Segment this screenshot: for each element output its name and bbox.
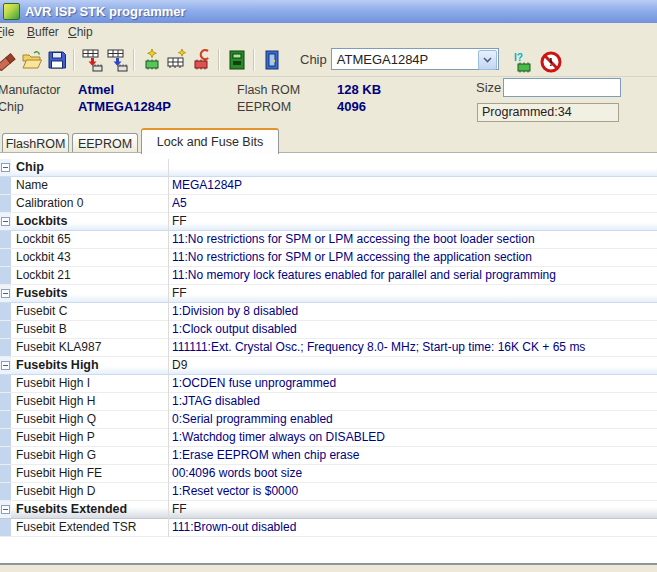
write-buffer-to-chip-icon[interactable] — [79, 46, 104, 73]
row-label: Fusebits — [16, 285, 67, 302]
svg-text:I?: I? — [514, 52, 523, 63]
size-label: Size — [476, 80, 501, 95]
table-row[interactable]: NameMEGA1284P — [0, 177, 657, 195]
tab-bar: FlashROM EEPROM Lock and Fuse Bits — [0, 126, 657, 153]
programmed-status: Programmed:34 — [477, 103, 619, 122]
collapse-icon[interactable] — [1, 217, 10, 226]
row-value: 1:OCDEN fuse unprogrammed — [172, 375, 656, 392]
title-bar[interactable]: AVR ISP STK programmer — [0, 0, 657, 23]
row-label: Fusebit High H — [16, 393, 95, 410]
row-value: 11:No restrictions for SPM or LPM access… — [172, 231, 656, 248]
row-gutter — [0, 501, 11, 518]
row-gutter — [0, 483, 11, 500]
table-row[interactable]: Chip — [0, 159, 657, 177]
save-icon[interactable] — [44, 46, 69, 73]
row-label: Lockbits — [16, 213, 67, 230]
open-file-icon[interactable] — [19, 46, 44, 73]
row-value: MEGA1284P — [172, 177, 656, 194]
identify-chip-icon[interactable]: I? — [511, 49, 536, 76]
column-divider — [168, 159, 169, 537]
toolbar-separator — [253, 49, 255, 71]
chip-value: ATMEGA1284P — [78, 99, 171, 114]
row-value: 1:Clock output disabled — [172, 321, 656, 338]
tab-flashrom[interactable]: FlashROM — [2, 133, 69, 153]
row-gutter — [0, 321, 11, 338]
eeprom-label: EEPROM — [237, 100, 291, 114]
row-gutter — [0, 249, 11, 266]
collapse-icon[interactable] — [1, 289, 10, 298]
row-label: Lockbit 21 — [16, 267, 71, 284]
collapse-icon[interactable] — [1, 163, 10, 172]
chevron-down-icon[interactable] — [478, 50, 497, 70]
collapse-icon[interactable] — [1, 361, 10, 370]
cancel-icon[interactable]: ! — [538, 48, 563, 75]
table-row[interactable]: Calibration 0A5 — [0, 195, 657, 213]
table-row[interactable]: Fusebits ExtendedFF — [0, 501, 657, 519]
table-row[interactable]: Fusebit High FE00:4096 words boot size — [0, 465, 657, 483]
row-value: 1:Erase EEPROM when chip erase — [172, 447, 656, 464]
table-row[interactable]: Fusebit High G1:Erase EEPROM when chip e… — [0, 447, 657, 465]
tab-eeprom[interactable]: EEPROM — [72, 133, 138, 153]
chip-info-panel: Manufactor Atmel Chip ATMEGA1284P Flash … — [0, 77, 657, 126]
collapse-icon[interactable] — [1, 505, 10, 514]
app-icon — [3, 3, 20, 20]
row-label: Fusebit High Q — [16, 411, 96, 428]
row-gutter — [0, 285, 11, 302]
app-window: AVR ISP STK programmer File Buffer Chip — [0, 0, 657, 572]
table-row[interactable]: FusebitsFF — [0, 285, 657, 303]
status-bar — [0, 565, 657, 572]
row-value: 11:No restrictions for SPM or LPM access… — [172, 249, 656, 266]
menu-buffer[interactable]: Buffer — [27, 25, 59, 39]
table-row[interactable]: Fusebit High Q0:Serial programming enabl… — [0, 411, 657, 429]
table-row[interactable]: Fusebit High H1:JTAG disabled — [0, 393, 657, 411]
menu-bar: File Buffer Chip — [0, 23, 657, 43]
row-label: Lockbit 43 — [16, 249, 71, 266]
row-label: Chip — [16, 159, 44, 176]
row-gutter — [0, 411, 11, 428]
exit-icon[interactable] — [259, 46, 284, 73]
row-value: FF — [172, 213, 656, 230]
verify-chip-icon[interactable] — [189, 46, 214, 73]
row-value: A5 — [172, 195, 656, 212]
row-gutter — [0, 465, 11, 482]
erase-icon[interactable] — [0, 46, 19, 73]
row-value: 0:Serial programming enabled — [172, 411, 656, 428]
table-row[interactable]: Fusebit KLA987111111:Ext. Crystal Osc.; … — [0, 339, 657, 357]
size-input[interactable] — [503, 78, 621, 97]
row-gutter — [0, 519, 11, 536]
table-row[interactable]: Fusebit B1:Clock output disabled — [0, 321, 657, 339]
lock-fuse-panel: ChipNameMEGA1284PCalibration 0A5Lockbits… — [0, 152, 657, 563]
erase-chip-icon[interactable] — [139, 46, 164, 73]
program-chip-icon[interactable] — [164, 46, 189, 73]
chip-select[interactable]: ATMEGA1284P — [331, 48, 499, 70]
menu-file[interactable]: File — [0, 25, 14, 39]
table-row[interactable]: LockbitsFF — [0, 213, 657, 231]
board-icon[interactable] — [224, 46, 249, 73]
row-value: 111:Brown-out disabled — [172, 519, 656, 536]
table-row[interactable]: Fusebit High P1:Watchdog timer always on… — [0, 429, 657, 447]
fuse-table: ChipNameMEGA1284PCalibration 0A5Lockbits… — [0, 159, 657, 537]
row-value: 1:Division by 8 disabled — [172, 303, 656, 320]
table-row[interactable]: Lockbit 6511:No restrictions for SPM or … — [0, 231, 657, 249]
row-gutter — [0, 393, 11, 410]
table-row[interactable]: Fusebit C1:Division by 8 disabled — [0, 303, 657, 321]
table-row[interactable]: Fusebits HighD9 — [0, 357, 657, 375]
menu-chip[interactable]: Chip — [68, 25, 93, 39]
row-value: 1:Reset vector is $0000 — [172, 483, 656, 500]
table-row[interactable]: Lockbit 4311:No restrictions for SPM or … — [0, 249, 657, 267]
tab-lock-and-fuse-bits[interactable]: Lock and Fuse Bits — [141, 128, 279, 154]
row-value: 111111:Ext. Crystal Osc.; Frequency 8.0-… — [172, 339, 656, 356]
window-title: AVR ISP STK programmer — [25, 4, 186, 19]
table-row[interactable]: Fusebit Extended TSR111:Brown-out disabl… — [0, 519, 657, 537]
row-label: Fusebit High G — [16, 447, 96, 464]
eeprom-value: 4096 — [337, 99, 366, 114]
table-row[interactable]: Fusebit High D1:Reset vector is $0000 — [0, 483, 657, 501]
row-label: Fusebit High FE — [16, 465, 102, 482]
chip-select-value: ATMEGA1284P — [337, 52, 429, 67]
table-row[interactable]: Lockbit 2111:No memory lock features ena… — [0, 267, 657, 285]
row-label: Fusebits High — [16, 357, 99, 374]
row-label: Fusebit High P — [16, 429, 95, 446]
read-chip-to-buffer-icon[interactable] — [104, 46, 129, 73]
row-value: 11:No memory lock features enabled for p… — [172, 267, 656, 284]
table-row[interactable]: Fusebit High I1:OCDEN fuse unprogrammed — [0, 375, 657, 393]
